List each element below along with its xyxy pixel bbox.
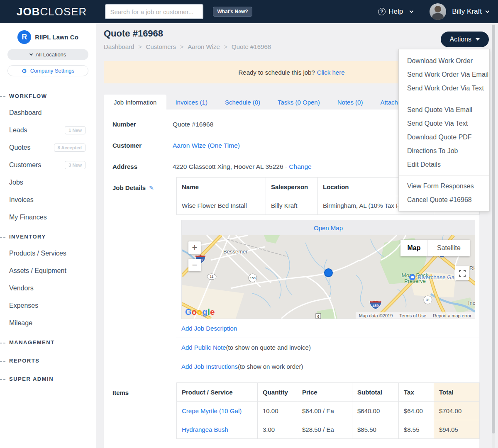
item-row: Crepe Myrtle (10 Gal) 10.00 $64.00 / Ea … — [177, 402, 480, 420]
help-label: Help — [388, 7, 403, 16]
map-label-partial-inc: Inc — [468, 300, 475, 306]
sidebar-item-label: Leads — [9, 127, 27, 134]
menu-cancel-quote[interactable]: Cancel Quote #16968 — [399, 193, 489, 207]
section-dash-icon — [0, 237, 5, 238]
map-zoom-out-button[interactable]: − — [188, 259, 201, 271]
svg-text:6: 6 — [317, 314, 319, 319]
sidebar-item-label: Expenses — [9, 302, 38, 309]
job-details-text: Job Details — [112, 184, 146, 191]
main-content: Quote #16968 Dashboard > Customers > Aar… — [96, 23, 498, 448]
total-cell: $704.00 — [434, 402, 480, 420]
tab-schedule[interactable]: Schedule (0) — [216, 95, 269, 110]
menu-send-quote-text[interactable]: Send Quote Via Text — [399, 117, 489, 130]
job-name-cell: Wise Flower Bed Install — [177, 196, 266, 215]
sidebar-item-invoices[interactable]: Invoices — [0, 196, 96, 204]
scrollbar-thumb[interactable] — [492, 25, 495, 433]
product-link[interactable]: Crepe Myrtle (10 Gal) — [182, 407, 242, 414]
sidebar-item-assets-equipment[interactable]: Assets / Equipment — [0, 267, 96, 275]
price-cell: $64.00 / Ea — [297, 402, 352, 420]
google-map[interactable]: Bessemer Moss Rock Preserve Riverchase G… — [182, 235, 475, 319]
section-workflow[interactable]: WORKFLOW — [0, 93, 96, 99]
tab-job-information[interactable]: Job Information — [104, 95, 166, 110]
report-map-error-link[interactable]: Report a map error — [433, 313, 471, 318]
gear-icon: ⚙ — [22, 68, 27, 74]
actions-button[interactable]: Actions — [441, 32, 489, 47]
map-view-button[interactable]: Map — [400, 240, 427, 256]
section-inventory[interactable]: INVENTORY — [0, 234, 96, 240]
quantity-cell: 10.00 — [258, 402, 297, 420]
chevron-down-icon[interactable] — [486, 9, 490, 13]
job-location-marker[interactable] — [324, 268, 333, 277]
page-scrollbar[interactable] — [492, 23, 495, 448]
sidebar-item-label: Vendors — [9, 285, 34, 292]
items-section: Items Product / Service Quantity Price S… — [104, 382, 479, 439]
subtotal-cell: $640.00 — [352, 402, 399, 420]
help-menu[interactable]: ? Help — [378, 7, 413, 16]
edit-pencil-icon[interactable]: ✎ — [149, 185, 154, 191]
sidebar-item-label: Invoices — [9, 196, 34, 204]
sidebar-item-label: Customers — [9, 161, 41, 169]
company-settings-button[interactable]: ⚙ Company Settings — [7, 65, 88, 76]
menu-view-form-responses[interactable]: View Form Responses — [399, 179, 489, 193]
menu-directions-to-job[interactable]: Directions To Job — [399, 144, 489, 158]
breadcrumb-dashboard[interactable]: Dashboard — [104, 43, 134, 50]
sidebar-item-label: Assets / Equipment — [9, 267, 66, 275]
open-map-link[interactable]: Open Map — [314, 224, 343, 231]
quotes-badge: 8 Accepted — [54, 144, 85, 152]
sidebar-item-vendors[interactable]: Vendors — [0, 285, 96, 292]
tab-notes[interactable]: Notes (0) — [329, 95, 372, 110]
svg-text:150: 150 — [250, 276, 256, 280]
menu-send-work-order-text[interactable]: Send Work Order Via Text — [399, 81, 489, 95]
sidebar-item-my-finances[interactable]: My Finances — [0, 214, 96, 221]
sidebar-item-dashboard[interactable]: Dashboard — [0, 109, 96, 117]
sidebar-item-quotes[interactable]: Quotes8 Accepted — [0, 144, 96, 151]
menu-send-work-order-email[interactable]: Send Work Order Via Email — [399, 68, 489, 81]
tab-invoices[interactable]: Invoices (1) — [166, 95, 216, 110]
address-change-link[interactable]: Change — [289, 163, 311, 170]
sidebar-item-products-services[interactable]: Products / Services — [0, 250, 96, 257]
breadcrumb-customers[interactable]: Customers — [146, 43, 176, 50]
menu-download-quote-pdf[interactable]: Download Quote PDF — [399, 130, 489, 144]
sidebar-item-mileage[interactable]: Mileage — [0, 319, 96, 327]
section-dash-icon — [0, 361, 5, 362]
breadcrumb-separator: > — [138, 44, 142, 50]
us-11-shield: 11 — [207, 273, 217, 282]
add-job-instructions-link[interactable]: Add Job Instructions — [181, 363, 238, 370]
sidebar-item-customers[interactable]: Customers3 New — [0, 161, 96, 169]
section-management[interactable]: MANAGEMENT — [0, 339, 96, 346]
sidebar-item-leads[interactable]: Leads1 New — [0, 127, 96, 134]
banner-click-here-link[interactable]: Click here — [317, 69, 345, 76]
work-order-group: Download Work Order Send Work Order Via … — [399, 53, 489, 96]
customers-badge: 3 New — [65, 161, 85, 169]
map-fullscreen-button[interactable] — [455, 266, 469, 280]
sidebar-item-jobs[interactable]: Jobs — [0, 179, 96, 186]
user-name[interactable]: Billy Kraft — [452, 7, 482, 16]
leads-badge: 1 New — [65, 126, 85, 134]
locations-selector[interactable]: All Locations — [7, 49, 88, 60]
product-link[interactable]: Hydrangea Bush — [182, 426, 228, 433]
map-zoom-in-button[interactable]: + — [188, 241, 201, 254]
sidebar-item-expenses[interactable]: Expenses — [0, 302, 96, 309]
whats-new-button[interactable]: What's New? — [213, 7, 252, 17]
add-public-note-link[interactable]: Add Public Note — [181, 344, 226, 351]
user-avatar[interactable] — [430, 3, 446, 20]
sidebar-item-label: Jobs — [9, 179, 23, 186]
customer-link[interactable]: Aaron Wize (One Time) — [173, 142, 240, 149]
map-attribution: Map data ©2019 Terms of Use Report a map… — [356, 312, 475, 319]
app-logo[interactable]: JOBCLOSER — [17, 5, 87, 18]
satellite-view-button[interactable]: Satellite — [427, 240, 470, 256]
add-job-instructions-suffix: (to show on work order) — [238, 363, 303, 370]
map-section: Open Map — [181, 220, 475, 319]
search-input[interactable] — [110, 8, 198, 15]
menu-download-work-order[interactable]: Download Work Order — [399, 54, 489, 68]
tab-tasks[interactable]: Tasks (0 Open) — [269, 95, 329, 110]
section-super-admin[interactable]: SUPER ADMIN — [0, 376, 96, 382]
menu-send-quote-email[interactable]: Send Quote Via Email — [399, 103, 489, 117]
section-reports[interactable]: REPORTS — [0, 358, 96, 364]
terms-of-use-link[interactable]: Terms of Use — [399, 313, 426, 318]
map-data-credit: Map data ©2019 — [359, 313, 393, 318]
section-dash-icon — [0, 343, 5, 343]
breadcrumb-customer-name[interactable]: Aaron Wize — [188, 43, 220, 50]
add-job-description-link[interactable]: Add Job Description — [181, 325, 237, 332]
menu-edit-details[interactable]: Edit Details — [399, 158, 489, 171]
